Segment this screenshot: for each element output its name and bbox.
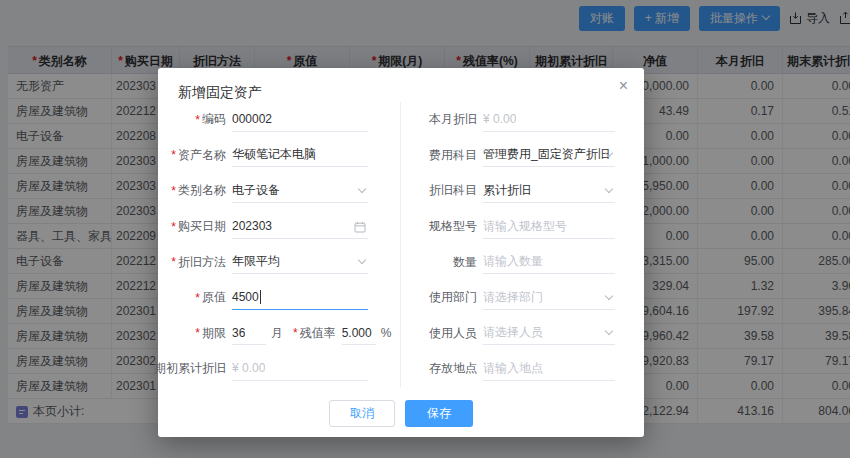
text-cursor bbox=[260, 290, 261, 304]
field-label: *期限 bbox=[164, 325, 226, 342]
chevron-down-icon bbox=[605, 292, 613, 300]
field-placeholder: ¥ 0.00 bbox=[232, 361, 265, 375]
field-label: 使用部门 bbox=[405, 289, 477, 306]
form-row: 折旧科目累计折旧 bbox=[405, 173, 644, 209]
chevron-down-icon bbox=[358, 185, 366, 193]
form-row: 使用部门请选择部门 bbox=[405, 280, 644, 316]
form-row: 使用人员请选择人员 bbox=[405, 316, 644, 352]
field-input[interactable]: 请输入地点 bbox=[483, 357, 615, 381]
close-icon[interactable]: × bbox=[619, 78, 628, 94]
field-label: 数量 bbox=[405, 254, 477, 271]
field-placeholder: 请输入规格型号 bbox=[483, 218, 567, 235]
form-row: *原值4500 bbox=[164, 280, 400, 316]
field-label-text: 存放地点 bbox=[429, 360, 477, 377]
field-input[interactable]: 请输入规格型号 bbox=[483, 215, 615, 239]
field-label: 本月折旧 bbox=[405, 111, 477, 128]
field-label: *购买日期 bbox=[164, 218, 226, 235]
dialog-title: 新增固定资产 bbox=[158, 68, 644, 102]
field-input[interactable]: ¥ 0.00 bbox=[483, 108, 615, 132]
field-label-text: 规格型号 bbox=[429, 218, 477, 235]
field-unit: % bbox=[381, 326, 392, 340]
form-row: *购买日期202303 bbox=[164, 209, 400, 245]
form-row: 费用科目管理费用_固定资产折旧 bbox=[405, 138, 644, 174]
required-asterisk: * bbox=[195, 326, 200, 340]
field-label: 使用人员 bbox=[405, 325, 477, 342]
field-label-text: 编码 bbox=[202, 111, 226, 128]
form-row: 期初累计折旧¥ 0.00 bbox=[164, 351, 400, 387]
field-value: 管理费用_固定资产折旧 bbox=[483, 146, 610, 163]
field-label: *编码 bbox=[164, 111, 226, 128]
field-label-text: 残值率 bbox=[300, 325, 336, 342]
field-select[interactable]: 请选择人员 bbox=[483, 321, 615, 345]
form-row: *资产名称华硕笔记本电脑 bbox=[164, 138, 400, 174]
field-value: 5.000 bbox=[342, 326, 372, 340]
form-row: 本月折旧¥ 0.00 bbox=[405, 102, 644, 138]
field-label: *折旧方法 bbox=[164, 254, 226, 271]
form-row: 规格型号请输入规格型号 bbox=[405, 209, 644, 245]
field-value: 电子设备 bbox=[232, 182, 280, 199]
required-asterisk: * bbox=[171, 255, 176, 269]
form-row: *折旧方法年限平均 bbox=[164, 244, 400, 280]
field-input[interactable]: 5.000 bbox=[342, 321, 376, 345]
field-select[interactable]: 年限平均 bbox=[232, 250, 368, 274]
field-label: 存放地点 bbox=[405, 360, 477, 377]
field-placeholder: ¥ 0.00 bbox=[483, 112, 516, 126]
field-input[interactable]: 请输入数量 bbox=[483, 250, 615, 274]
field-label: *资产名称 bbox=[164, 147, 226, 164]
field-label-text: 使用人员 bbox=[429, 325, 477, 342]
form-row: *期限36月*残值率5.000% bbox=[164, 316, 400, 352]
field-value: 华硕笔记本电脑 bbox=[232, 146, 316, 163]
chevron-down-icon bbox=[358, 256, 366, 264]
field-value: 202303 bbox=[232, 219, 272, 233]
field-label-text: 折旧科目 bbox=[429, 182, 477, 199]
calendar-icon bbox=[354, 221, 366, 233]
field-select[interactable]: 请选择部门 bbox=[483, 286, 615, 310]
field-input[interactable]: ¥ 0.00 bbox=[232, 357, 368, 381]
field-input[interactable]: 华硕笔记本电脑 bbox=[232, 143, 368, 167]
new-asset-dialog: 新增固定资产 × *编码000002*资产名称华硕笔记本电脑*类别名称电子设备*… bbox=[158, 68, 644, 437]
field-label-text: 原值 bbox=[202, 289, 226, 306]
field-select[interactable]: 电子设备 bbox=[232, 179, 368, 203]
field-placeholder: 请输入数量 bbox=[483, 253, 543, 270]
form-row: *编码000002 bbox=[164, 102, 400, 138]
field-label-text: 期初累计折旧 bbox=[154, 360, 226, 377]
save-button[interactable]: 保存 bbox=[405, 400, 473, 427]
form-row: *类别名称电子设备 bbox=[164, 173, 400, 209]
form-row: 存放地点请输入地点 bbox=[405, 351, 644, 387]
field-input[interactable]: 4500 bbox=[232, 286, 368, 310]
required-asterisk: * bbox=[171, 220, 176, 234]
cancel-button[interactable]: 取消 bbox=[329, 400, 395, 427]
field-unit: 月 bbox=[271, 325, 283, 342]
field-label-text: 数量 bbox=[453, 254, 477, 271]
field-label-text: 使用部门 bbox=[429, 289, 477, 306]
field-value: 累计折旧 bbox=[483, 182, 531, 199]
field-value: 000002 bbox=[232, 112, 272, 126]
field-placeholder: 请选择部门 bbox=[483, 289, 543, 306]
field-placeholder: 请选择人员 bbox=[483, 324, 543, 341]
field-label: 折旧科目 bbox=[405, 182, 477, 199]
field-label: 费用科目 bbox=[405, 147, 477, 164]
field-placeholder: 请输入地点 bbox=[483, 360, 543, 377]
field-date-input[interactable]: 202303 bbox=[232, 215, 368, 239]
chevron-down-icon bbox=[605, 185, 613, 193]
required-asterisk: * bbox=[195, 291, 200, 305]
field-label-text: 本月折旧 bbox=[429, 111, 477, 128]
field-input[interactable]: 36 bbox=[232, 321, 266, 345]
field-label-text: 类别名称 bbox=[178, 182, 226, 199]
dialog-form: *编码000002*资产名称华硕笔记本电脑*类别名称电子设备*购买日期20230… bbox=[158, 102, 644, 387]
field-label-text: 费用科目 bbox=[429, 147, 477, 164]
field-label: *原值 bbox=[164, 289, 226, 306]
field-value: 36 bbox=[232, 326, 245, 340]
page-root: 对账 + 新增 批量操作 导入 导出 *类别名称*购买日期折旧方法*原值*期限(… bbox=[0, 0, 850, 458]
field-label-text: 购买日期 bbox=[178, 218, 226, 235]
field-label: 期初累计折旧 bbox=[164, 360, 226, 377]
field-label: 规格型号 bbox=[405, 218, 477, 235]
field-label: *残值率 bbox=[293, 325, 336, 342]
field-input[interactable]: 000002 bbox=[232, 108, 368, 132]
field-select[interactable]: 累计折旧 bbox=[483, 179, 615, 203]
field-select[interactable]: 管理费用_固定资产折旧 bbox=[483, 143, 615, 167]
required-asterisk: * bbox=[171, 148, 176, 162]
chevron-down-icon bbox=[605, 327, 613, 335]
required-asterisk: * bbox=[171, 184, 176, 198]
field-label: *类别名称 bbox=[164, 182, 226, 199]
